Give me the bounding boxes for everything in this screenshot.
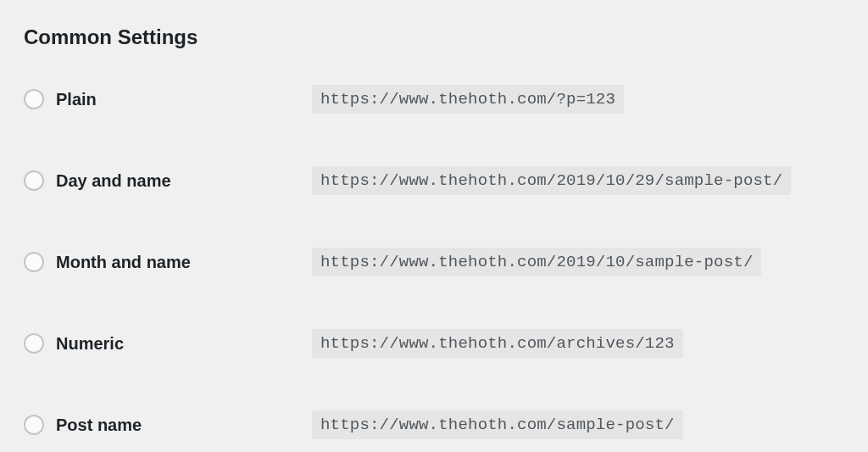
option-label-month-name[interactable]: Month and name <box>56 253 191 272</box>
option-row-plain: Plain https://www.thehoth.com/?p=123 <box>24 85 844 114</box>
radio-plain[interactable] <box>24 89 44 109</box>
radio-numeric[interactable] <box>24 333 44 354</box>
option-label-plain[interactable]: Plain <box>56 90 97 109</box>
option-example-plain: https://www.thehoth.com/?p=123 <box>312 85 624 114</box>
option-row-numeric: Numeric https://www.thehoth.com/archives… <box>24 329 844 358</box>
option-control: Plain <box>24 89 312 109</box>
option-label-post-name[interactable]: Post name <box>56 416 142 435</box>
radio-day-name[interactable] <box>24 170 44 191</box>
option-example-post-name: https://www.thehoth.com/sample-post/ <box>312 410 683 439</box>
option-example-month-name: https://www.thehoth.com/2019/10/sample-p… <box>312 248 761 276</box>
option-row-month-name: Month and name https://www.thehoth.com/2… <box>24 248 844 276</box>
option-example-day-name: https://www.thehoth.com/2019/10/29/sampl… <box>312 166 791 195</box>
option-control: Month and name <box>24 252 312 272</box>
option-label-day-name[interactable]: Day and name <box>56 171 171 191</box>
section-title: Common Settings <box>24 25 844 49</box>
option-row-post-name: Post name https://www.thehoth.com/sample… <box>24 410 844 439</box>
option-control: Post name <box>24 415 312 435</box>
option-example-numeric: https://www.thehoth.com/archives/123 <box>312 329 683 358</box>
option-control: Day and name <box>24 170 312 191</box>
option-control: Numeric <box>24 333 312 354</box>
permalink-options: Plain https://www.thehoth.com/?p=123 Day… <box>24 85 844 439</box>
radio-post-name[interactable] <box>24 415 44 435</box>
radio-month-name[interactable] <box>24 252 44 272</box>
option-label-numeric[interactable]: Numeric <box>56 334 124 354</box>
option-row-day-name: Day and name https://www.thehoth.com/201… <box>24 166 844 195</box>
